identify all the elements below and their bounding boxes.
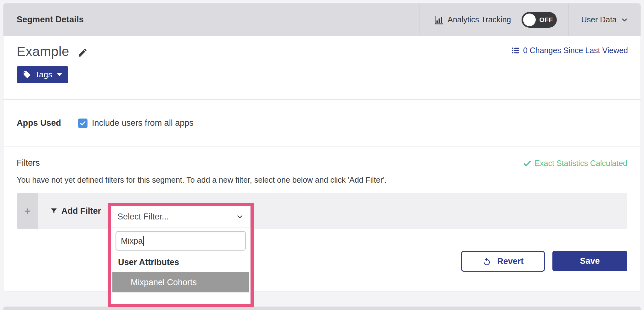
segment-details-card: Segment Details Analytics Tracking bbox=[3, 3, 641, 291]
tags-button[interactable]: Tags bbox=[17, 66, 68, 83]
filters-section: Filters Exact Statistics Calculated You … bbox=[3, 147, 641, 237]
analytics-tracking-group: Analytics Tracking bbox=[434, 15, 511, 25]
revert-button-label: Revert bbox=[497, 257, 523, 266]
filter-select-control[interactable]: Select Filter... bbox=[111, 206, 251, 227]
card-header: Segment Details Analytics Tracking bbox=[3, 3, 641, 36]
add-filter-plus-button[interactable] bbox=[17, 193, 38, 229]
include-all-apps-checkbox-row[interactable]: Include users from all apps bbox=[78, 118, 194, 128]
user-data-menu[interactable]: User Data bbox=[581, 15, 629, 24]
revert-button[interactable]: Revert bbox=[461, 251, 545, 272]
tags-button-label: Tags bbox=[35, 70, 52, 80]
user-data-label: User Data bbox=[581, 15, 617, 24]
filter-funnel-icon bbox=[50, 207, 58, 215]
edit-pencil-icon[interactable] bbox=[77, 47, 88, 58]
filters-empty-message: You have not yet defined filters for thi… bbox=[17, 175, 627, 185]
undo-icon bbox=[482, 257, 491, 266]
changes-list-icon bbox=[511, 46, 520, 55]
filter-select-placeholder: Select Filter... bbox=[117, 212, 169, 222]
add-filter-button-label: Add Filter bbox=[61, 206, 101, 216]
toggle-state-label: OFF bbox=[539, 12, 553, 28]
segment-title-section: Example 0 Changes Since Last Viewed bbox=[3, 36, 641, 99]
header-divider bbox=[420, 3, 420, 36]
toggle-knob bbox=[523, 14, 536, 26]
option-group-label: User Attributes bbox=[116, 251, 246, 272]
changes-since-last-viewed-link[interactable]: 0 Changes Since Last Viewed bbox=[511, 46, 628, 55]
checkbox-checked-icon[interactable] bbox=[78, 119, 88, 128]
chevron-down-icon bbox=[620, 16, 629, 24]
exact-statistics-label: Exact Statistics Calculated bbox=[534, 159, 627, 168]
filter-select-highlight-box: Select Filter... Mixpa User Attributes M… bbox=[108, 203, 254, 307]
header-right-group: Analytics Tracking OFF User Data bbox=[420, 3, 632, 36]
segment-name: Example bbox=[17, 44, 69, 59]
apps-used-label: Apps Used bbox=[17, 118, 61, 128]
check-icon bbox=[523, 159, 531, 168]
chevron-down-icon bbox=[236, 213, 244, 221]
dropdown-option-mixpanel-cohorts[interactable]: Mixpanel Cohorts bbox=[112, 272, 249, 292]
save-button[interactable]: Save bbox=[552, 251, 627, 271]
analytics-tracking-toggle[interactable]: OFF bbox=[522, 12, 557, 28]
add-filter-button[interactable]: Add Filter bbox=[50, 206, 101, 216]
analytics-tracking-label: Analytics Tracking bbox=[448, 15, 511, 24]
page-title: Segment Details bbox=[17, 15, 84, 25]
footer-actions: Revert Save bbox=[3, 237, 641, 272]
save-button-label: Save bbox=[580, 256, 600, 266]
filter-search-input[interactable]: Mixpa bbox=[116, 231, 246, 251]
bar-chart-icon bbox=[434, 15, 443, 25]
segment-details-page: Segment Details Analytics Tracking bbox=[0, 0, 644, 310]
plus-icon bbox=[24, 207, 31, 215]
filter-select-dropdown: Mixpa User Attributes Mixpanel Cohorts bbox=[111, 227, 251, 304]
tag-icon bbox=[23, 71, 31, 79]
header-divider bbox=[568, 3, 568, 36]
text-cursor bbox=[143, 236, 144, 246]
changes-link-label: 0 Changes Since Last Viewed bbox=[523, 46, 628, 55]
exact-statistics-badge: Exact Statistics Calculated bbox=[523, 159, 627, 168]
apps-used-section: Apps Used Include users from all apps bbox=[3, 99, 641, 147]
include-all-apps-label: Include users from all apps bbox=[92, 118, 194, 128]
bottom-panel-edge bbox=[3, 307, 641, 310]
caret-down-icon bbox=[57, 73, 62, 76]
filter-search-value: Mixpa bbox=[121, 236, 143, 246]
